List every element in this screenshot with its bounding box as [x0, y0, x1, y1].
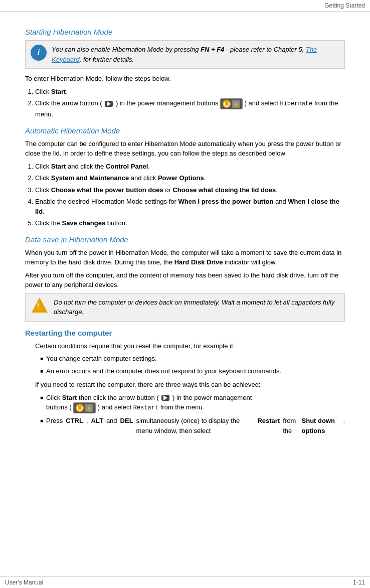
info-box-starting: i You can also enable Hibernation Mode b…	[25, 40, 345, 69]
auto-step-2: Click System and Maintenance and click P…	[35, 173, 345, 183]
footer-right: 1-11	[353, 579, 365, 586]
power-management-buttons: 🔒	[220, 98, 243, 109]
restarting-bullets-1: You change certain computer settings. An…	[30, 354, 345, 376]
data-save-para2: After you turn off the computer, and the…	[25, 270, 345, 290]
arrow-button-icon	[105, 101, 113, 107]
warning-icon: !	[37, 302, 39, 309]
restarting-heading: Restarting the computer	[25, 329, 345, 337]
footer-left: User's Manual	[5, 579, 43, 586]
footer: User's Manual 1-11	[0, 576, 370, 588]
data-save-para1: When you turn off the power in Hibernati…	[25, 248, 345, 267]
power-icon-2	[76, 404, 84, 412]
warning-box: ! Do not turn the computer or devices ba…	[25, 293, 345, 322]
auto-step-4: Enable the desired Hibernation Mode sett…	[35, 197, 345, 216]
starting-steps: Click Start. Click the arrow button ( ) …	[35, 87, 345, 119]
restarting-bullets-2: Click Start then click the arrow button …	[30, 393, 345, 436]
power-icon	[223, 100, 231, 108]
arrow-button-icon-2	[161, 395, 169, 401]
header-right: Getting Started	[324, 2, 365, 9]
starting-hibernation-heading: Starting Hibernation Mode	[25, 28, 345, 36]
auto-step-5: Click the Save changes button.	[35, 218, 345, 228]
restarting-bullet-4: Press CTRL, ALT and DEL simultaneously (…	[40, 416, 345, 435]
starting-intro: To enter Hibernation Mode, follow the st…	[25, 74, 345, 84]
info-box-starting-text: You can also enable Hibernation Mode by …	[52, 45, 339, 64]
auto-step-1: Click Start and click the Control Panel.	[35, 162, 345, 172]
lock-icon: 🔒	[232, 100, 240, 108]
starting-step-2: Click the arrow button ( ) in the power …	[35, 98, 345, 119]
starting-step-1: Click Start.	[35, 87, 345, 97]
restarting-bullet-1: You change certain computer settings.	[40, 354, 345, 364]
restarting-intro: Certain conditions require that you rese…	[25, 341, 345, 351]
auto-step-3: Click Choose what the power button does …	[35, 185, 345, 195]
restarting-bullet-2: An error occurs and the computer does no…	[40, 366, 345, 376]
warning-text: Do not turn the computer or devices back…	[54, 298, 339, 317]
lock-icon-2: 🔒	[85, 404, 93, 412]
restarting-para-after: If you need to restart the computer, the…	[25, 380, 345, 390]
power-management-buttons-2: 🔒	[73, 402, 96, 413]
restarting-bullet-3: Click Start then click the arrow button …	[40, 393, 345, 414]
automatic-steps: Click Start and click the Control Panel.…	[35, 162, 345, 228]
data-save-heading: Data save in Hibernation Mode	[25, 235, 345, 244]
automatic-intro: The computer can be configured to enter …	[25, 139, 345, 159]
info-icon: i	[31, 45, 47, 61]
automatic-hibernation-heading: Automatic Hibernation Mode	[25, 126, 345, 135]
